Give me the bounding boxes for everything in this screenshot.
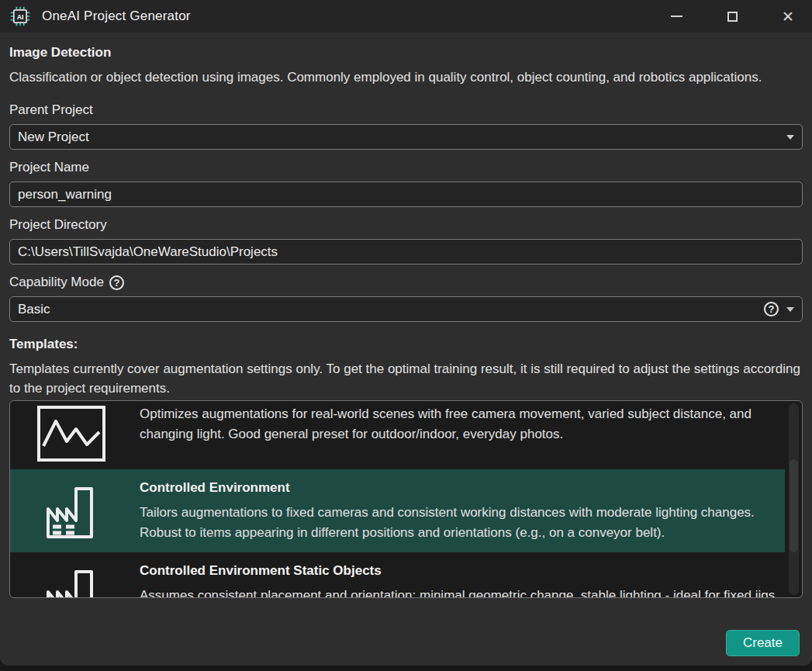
parent-project-label: Parent Project bbox=[9, 102, 803, 118]
template-item-title: Controlled Environment Static Objects bbox=[140, 563, 777, 579]
templates-scrollbar[interactable] bbox=[789, 403, 799, 595]
project-directory-label: Project Directory bbox=[9, 217, 803, 233]
capability-mode-select-help-icon[interactable]: ? bbox=[764, 302, 779, 316]
minimize-icon bbox=[671, 16, 682, 17]
page-description: Classification or object detection using… bbox=[9, 67, 803, 87]
template-item-controlled-environment[interactable]: Controlled Environment Tailors augmentat… bbox=[10, 469, 785, 552]
template-item-title: Controlled Environment bbox=[140, 480, 777, 496]
window-title: OneAI Project Generator bbox=[42, 9, 191, 24]
templates-items: Optimizes augmentations for real-world s… bbox=[10, 401, 785, 598]
parent-project-value: New Project bbox=[18, 130, 89, 145]
project-directory-fieldbox bbox=[9, 239, 803, 265]
template-item-controlled-environment-static[interactable]: Controlled Environment Static Objects As… bbox=[10, 552, 785, 598]
oneai-app-icon: AI bbox=[9, 5, 31, 27]
template-item-description: Tailors augmentations to fixed cameras a… bbox=[140, 503, 777, 543]
templates-heading: Templates: bbox=[9, 337, 803, 352]
capability-mode-label: Capability Mode bbox=[9, 275, 104, 290]
capability-mode-help-icon[interactable]: ? bbox=[109, 275, 124, 290]
project-name-label: Project Name bbox=[9, 160, 803, 175]
template-item-text: Controlled Environment Static Objects As… bbox=[140, 562, 777, 598]
template-item-description: Assumes consistent placement and orienta… bbox=[140, 586, 777, 598]
project-directory-input[interactable] bbox=[18, 244, 794, 260]
dialog-window: AI OneAI Project Generator ✕ Image Detec… bbox=[0, 0, 812, 666]
factory-icon bbox=[33, 479, 110, 543]
templates-list[interactable]: Optimizes augmentations for real-world s… bbox=[9, 400, 803, 598]
dialog-content: Image Detection Classification or object… bbox=[0, 45, 812, 598]
chevron-down-icon bbox=[786, 135, 794, 140]
close-button[interactable]: ✕ bbox=[770, 2, 806, 30]
template-item-real-world[interactable]: Optimizes augmentations for real-world s… bbox=[10, 401, 785, 469]
page-title: Image Detection bbox=[9, 45, 803, 61]
templates-description: Templates currently cover augmentation s… bbox=[9, 359, 803, 398]
close-icon: ✕ bbox=[782, 9, 794, 24]
templates-scrollbar-thumb[interactable] bbox=[790, 459, 798, 552]
template-item-text: Optimizes augmentations for real-world s… bbox=[140, 404, 777, 463]
window-controls: ✕ bbox=[638, 2, 806, 30]
create-button[interactable]: Create bbox=[726, 630, 800, 656]
parent-project-select[interactable]: New Project bbox=[9, 124, 803, 150]
project-name-input[interactable] bbox=[18, 187, 794, 202]
factory-icon bbox=[33, 562, 110, 598]
maximize-icon bbox=[727, 12, 738, 22]
capability-mode-value: Basic bbox=[18, 302, 50, 317]
template-item-text: Controlled Environment Tailors augmentat… bbox=[140, 479, 777, 543]
project-name-fieldbox bbox=[9, 182, 803, 207]
capability-mode-select[interactable]: Basic ? bbox=[9, 296, 803, 322]
capability-mode-label-row: Capability Mode ? bbox=[9, 275, 803, 290]
maximize-button[interactable] bbox=[714, 2, 750, 30]
svg-text:AI: AI bbox=[17, 13, 24, 21]
landscape-icon bbox=[33, 404, 110, 463]
minimize-button[interactable] bbox=[658, 2, 694, 30]
chevron-down-icon bbox=[786, 307, 794, 312]
titlebar: AI OneAI Project Generator ✕ bbox=[0, 0, 812, 33]
template-item-description: Optimizes augmentations for real-world s… bbox=[140, 404, 777, 444]
